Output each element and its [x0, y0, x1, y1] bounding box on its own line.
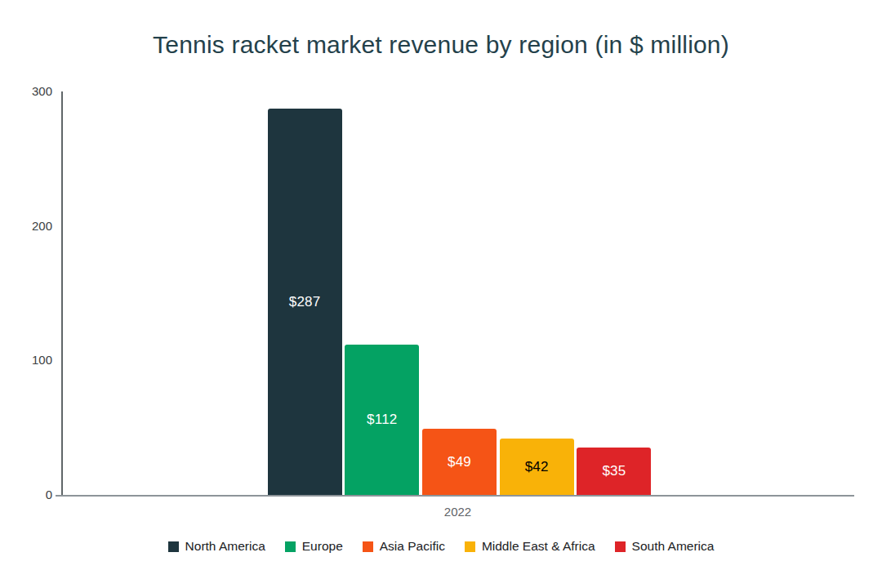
bar-middle-east-africa: $42 — [500, 439, 574, 495]
bar-value-label-south-america: $35 — [602, 463, 626, 479]
legend-swatch-icon — [363, 541, 373, 552]
bar-europe: $112 — [345, 345, 419, 495]
legend-item-middle-east-africa: Middle East & Africa — [465, 539, 595, 554]
bar-asia-pacific: $49 — [422, 429, 497, 495]
x-axis-line — [56, 495, 854, 497]
y-tick-label-100: 100 — [3, 353, 52, 368]
chart: Tennis racket market revenue by region (… — [0, 0, 882, 588]
legend-label-middle-east-africa: Middle East & Africa — [482, 539, 595, 554]
bar-value-label-middle-east-africa: $42 — [525, 459, 549, 475]
plot-area: $287$112$49$42$35 — [61, 91, 854, 495]
x-axis-category-label: 2022 — [376, 505, 540, 519]
legend-label-asia-pacific: Asia Pacific — [380, 539, 445, 554]
bar-value-label-europe: $112 — [367, 412, 397, 428]
legend-item-north-america: North America — [168, 539, 265, 554]
legend-swatch-icon — [168, 541, 179, 552]
y-tick-label-300: 300 — [3, 84, 52, 99]
chart-title: Tennis racket market revenue by region (… — [0, 31, 882, 59]
legend-label-north-america: North America — [185, 539, 265, 554]
legend: North AmericaEuropeAsia PacificMiddle Ea… — [0, 539, 882, 554]
legend-swatch-icon — [615, 541, 626, 552]
bar-value-label-north-america: $287 — [289, 294, 321, 310]
y-tick-label-0: 0 — [3, 488, 52, 502]
y-tick-label-200: 200 — [3, 219, 52, 234]
bar-value-label-asia-pacific: $49 — [448, 454, 471, 470]
legend-item-asia-pacific: Asia Pacific — [363, 539, 445, 554]
legend-swatch-icon — [465, 541, 475, 552]
bar-south-america: $35 — [577, 448, 651, 495]
legend-swatch-icon — [285, 541, 296, 552]
legend-label-south-america: South America — [632, 539, 715, 554]
bar-north-america: $287 — [268, 109, 342, 495]
legend-item-south-america: South America — [615, 539, 715, 554]
legend-item-europe: Europe — [285, 539, 343, 554]
legend-label-europe: Europe — [302, 539, 343, 554]
